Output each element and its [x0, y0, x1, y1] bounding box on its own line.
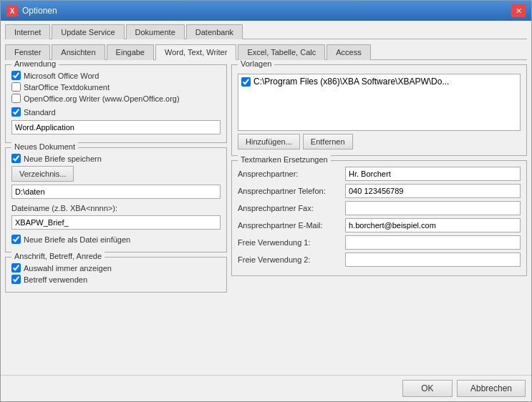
telefon-label: Ansprechpartner Telefon: [238, 187, 345, 195]
anwendung-title: Anwendung [11, 60, 59, 68]
tab-fenster[interactable]: Fenster [5, 44, 50, 60]
freie2-row: Freie Verwendung 2: [238, 253, 521, 267]
auswahl-label: Auswahl immer anzeigen [24, 264, 112, 273]
title-bar-left: X Optionen [6, 5, 57, 16]
app-icon: X [6, 5, 18, 16]
tab-internet[interactable]: Internet [5, 24, 50, 39]
telefon-input[interactable] [345, 184, 521, 198]
staroffice-checkbox[interactable] [11, 82, 21, 92]
email-label: Ansprechpartner E-Mail: [238, 221, 345, 230]
tab-update-service[interactable]: Update Service [52, 24, 124, 39]
right-panel: Vorlagen C:\Program Files (x86)\XBA Soft… [231, 64, 527, 371]
ms-office-word-label: Microsoft Office Word [24, 72, 99, 80]
bottom-bar: OK Abbrechen [1, 375, 531, 401]
templates-list[interactable]: C:\Program Files (x86)\XBA Software\XBAP… [238, 74, 521, 131]
template-checkbox[interactable] [241, 77, 251, 87]
standard-row: Standard [11, 107, 221, 117]
standard-checkbox[interactable] [11, 107, 21, 117]
betreff-row: Betreff verwenden [11, 275, 221, 284]
tab-eingabe[interactable]: Eingabe [107, 44, 154, 60]
template-item: C:\Program Files (x86)\XBA Software\XBAP… [240, 76, 518, 87]
freie1-label: Freie Verwendung 1: [238, 238, 345, 247]
tab-dokumente[interactable]: Dokumente [126, 24, 185, 39]
fax-row: Ansprechpartner Fax: [238, 201, 521, 215]
left-panel: Anwendung Microsoft Office Word StarOffi… [5, 64, 227, 371]
fax-input[interactable] [345, 201, 521, 215]
textmarken-group: Textmarken Ersetzungen Ansprechpartner: … [231, 160, 527, 276]
template-path: C:\Program Files (x86)\XBA Software\XBAP… [253, 77, 449, 87]
entfernen-button[interactable]: Entfernen [303, 134, 353, 149]
tab-datenbank[interactable]: Datenbank [186, 24, 243, 39]
tab-word-text-writer[interactable]: Word, Text, Writer [155, 44, 236, 60]
freie2-input[interactable] [345, 253, 521, 267]
openoffice-row: OpenOffice.org Writer (www.OpenOffice.or… [11, 94, 221, 103]
als-datei-label: Neue Briefe als Datei einfügen [24, 235, 130, 244]
verzeichnis-input[interactable] [11, 185, 221, 199]
ms-office-word-row: Microsoft Office Word [11, 71, 221, 80]
email-input[interactable] [345, 218, 521, 232]
auswahl-checkbox[interactable] [11, 263, 21, 273]
ok-button[interactable]: OK [402, 380, 453, 397]
betreff-label: Betreff verwenden [24, 275, 87, 284]
neues-dokument-group: Neues Dokument Neue Briefe speichern Ver… [5, 147, 227, 253]
freie1-row: Freie Verwendung 1: [238, 235, 521, 250]
auswahl-row: Auswahl immer anzeigen [11, 263, 221, 273]
standard-value-input[interactable] [11, 120, 221, 134]
neue-briefe-row: Neue Briefe speichern [11, 154, 221, 163]
content-area: Anwendung Microsoft Office Word StarOffi… [1, 60, 531, 375]
ansprechpartner-label: Ansprechpartner: [238, 170, 345, 178]
anschrift-title: Anschrift, Betreff, Anrede [11, 252, 105, 260]
standard-label: Standard [24, 108, 56, 117]
cancel-button[interactable]: Abbrechen [457, 380, 526, 397]
ansprechpartner-row: Ansprechpartner: [238, 167, 521, 181]
vorlagen-group: Vorlagen C:\Program Files (x86)\XBA Soft… [231, 64, 527, 156]
vorlagen-title: Vorlagen [238, 60, 274, 68]
staroffice-label: StarOffice Textdokument [24, 83, 110, 92]
main-window: X Optionen ✕ Internet Update Service Dok… [0, 0, 532, 402]
textmarken-title: Textmarken Ersetzungen [238, 155, 331, 164]
tab-excel-tabelle-calc[interactable]: Excel, Tabelle, Calc [238, 44, 325, 60]
hinzufuegen-button[interactable]: Hinzufügen... [238, 134, 300, 149]
tabs-row-1: Internet Update Service Dokumente Datenb… [1, 21, 531, 39]
als-datei-row: Neue Briefe als Datei einfügen [11, 235, 221, 244]
anwendung-group: Anwendung Microsoft Office Word StarOffi… [5, 64, 227, 143]
ansprechpartner-input[interactable] [345, 167, 521, 181]
neue-briefe-label: Neue Briefe speichern [24, 155, 102, 163]
ms-office-word-checkbox[interactable] [11, 71, 21, 80]
dateiname-input[interactable] [11, 215, 221, 230]
close-button[interactable]: ✕ [511, 4, 526, 17]
tab-access[interactable]: Access [327, 44, 370, 60]
neue-briefe-checkbox[interactable] [11, 154, 21, 163]
verzeichnis-button[interactable]: Verzeichnis... [11, 166, 74, 182]
openoffice-label: OpenOffice.org Writer (www.OpenOffice.or… [24, 94, 180, 103]
dateiname-label: Dateiname (z.B. XBA<nnnn>): [11, 204, 221, 212]
tabs-row-2: Fenster Ansichten Eingabe Word, Text, Wr… [1, 41, 531, 59]
email-row: Ansprechpartner E-Mail: [238, 218, 521, 232]
freie2-label: Freie Verwendung 2: [238, 255, 345, 264]
freie1-input[interactable] [345, 235, 521, 250]
neues-dokument-title: Neues Dokument [11, 142, 78, 151]
fax-label: Ansprechpartner Fax: [238, 204, 345, 212]
tab-ansichten[interactable]: Ansichten [52, 44, 105, 60]
telefon-row: Ansprechpartner Telefon: [238, 184, 521, 198]
anschrift-group: Anschrift, Betreff, Anrede Auswahl immer… [5, 257, 227, 293]
betreff-checkbox[interactable] [11, 275, 21, 284]
vorlagen-buttons: Hinzufügen... Entfernen [238, 134, 521, 149]
title-bar: X Optionen ✕ [1, 1, 531, 21]
openoffice-checkbox[interactable] [11, 94, 21, 103]
als-datei-checkbox[interactable] [11, 235, 21, 244]
staroffice-row: StarOffice Textdokument [11, 82, 221, 92]
window-title: Optionen [22, 6, 57, 16]
